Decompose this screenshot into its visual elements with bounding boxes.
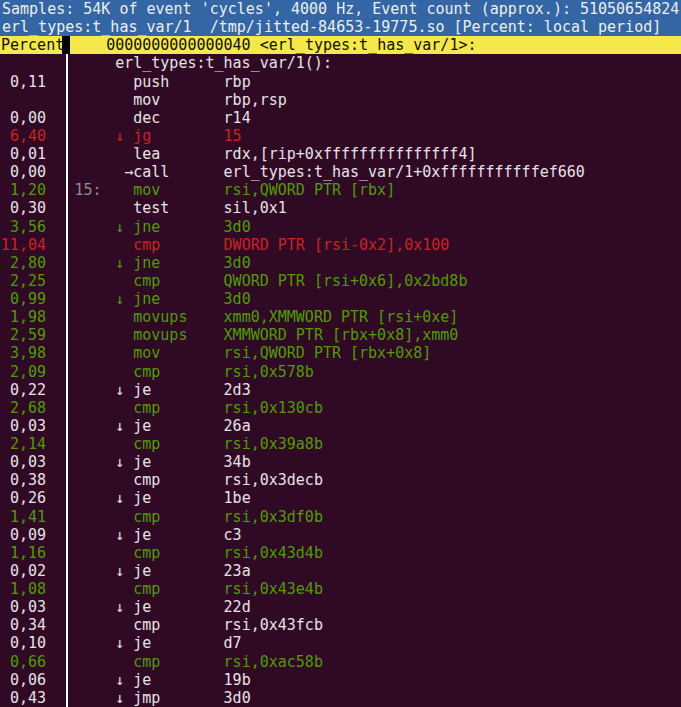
asm-row[interactable]: 1,16cmprsi,0x43d4b [0, 544, 681, 562]
asm-row[interactable]: 1,2015:movrsi,QWORD PTR [rbx] [0, 181, 681, 199]
operands: 2d3 [224, 381, 251, 399]
instruction-text: decr14 [70, 109, 681, 127]
mnemonic: cmp [133, 471, 160, 489]
asm-row[interactable]: 11,04cmpDWORD PTR [rsi-0x2],0x100 [0, 236, 681, 254]
jump-down-arrow-icon: ↓ [115, 381, 124, 399]
mnemonic: cmp [133, 435, 160, 453]
symbol-name: <erl_types:t_has_var/1>: [260, 36, 477, 54]
asm-row[interactable]: 2,09cmprsi,0x578b [0, 363, 681, 381]
operands: QWORD PTR [rsi+0x6],0x2bd8b [224, 272, 468, 290]
asm-row[interactable]: 0,03↓je26a [0, 417, 681, 435]
asm-row[interactable]: 0,43↓jmp3d0 [0, 689, 681, 707]
asm-row[interactable]: movrbp,rsp [0, 91, 681, 109]
asm-row[interactable]: 0,34cmprsi,0x43fcb [0, 616, 681, 634]
asm-row[interactable]: 2,59movupsXMMWORD PTR [rbx+0x8],xmm0 [0, 326, 681, 344]
instruction-text: cmpQWORD PTR [rsi+0x6],0x2bd8b [70, 272, 681, 290]
mnemonic: je [133, 526, 151, 544]
mnemonic: mov [133, 344, 160, 362]
mnemonic: cmp [133, 236, 160, 254]
asm-row[interactable]: erl_types:t_has_var/1(): [0, 54, 681, 72]
asm-row[interactable]: 0,01leardx,[rip+0xfffffffffffffff4] [0, 145, 681, 163]
operands: rsi,0x43d4b [224, 544, 323, 562]
instruction-text: movupsxmm0,XMMWORD PTR [rsi+0xe] [70, 308, 681, 326]
mnemonic: je [133, 489, 151, 507]
asm-row[interactable]: 2,14cmprsi,0x39a8b [0, 435, 681, 453]
asm-row[interactable]: 2,80↓jne3d0 [0, 254, 681, 272]
instruction-text: ↓jne3d0 [70, 290, 681, 308]
percent-value: 2,14 [0, 435, 62, 453]
percent-value: 2,59 [0, 326, 62, 344]
asm-row[interactable]: 0,00→callerl_types:t_has_var/1+0xfffffff… [0, 163, 681, 181]
asm-row[interactable]: 0,10↓jed7 [0, 634, 681, 652]
operands: 23a [224, 562, 251, 580]
disassembly-listing: erl_types:t_has_var/1():0,11pushrbpmovrb… [0, 54, 681, 707]
asm-row[interactable]: 0,00decr14 [0, 109, 681, 127]
asm-row[interactable]: 3,56↓jne3d0 [0, 218, 681, 236]
mnemonic: cmp [133, 580, 160, 598]
asm-row[interactable]: 0,09↓jec3 [0, 526, 681, 544]
jump-down-arrow-icon: ↓ [115, 453, 124, 471]
mnemonic: je [133, 634, 151, 652]
percent-value: 0,38 [0, 471, 62, 489]
asm-row[interactable]: 1,08cmprsi,0x43e4b [0, 580, 681, 598]
percent-value [0, 91, 62, 109]
percent-value: 0,10 [0, 634, 62, 652]
samples-header-line: Samples: 54K of event 'cycles', 4000 Hz,… [0, 0, 681, 18]
instruction-text: movupsXMMWORD PTR [rbx+0x8],xmm0 [70, 326, 681, 344]
asm-row[interactable]: 1,98movupsxmm0,XMMWORD PTR [rsi+0xe] [0, 308, 681, 326]
asm-row[interactable]: 0,03↓je34b [0, 453, 681, 471]
mnemonic: je [133, 453, 151, 471]
percent-value: 1,41 [0, 508, 62, 526]
mnemonic: je [133, 417, 151, 435]
asm-row[interactable]: 0,03↓je22d [0, 598, 681, 616]
operands: 3d0 [224, 689, 251, 707]
percent-value: 6,40 [0, 127, 62, 145]
percent-value: 0,66 [0, 653, 62, 671]
instruction-text: cmpDWORD PTR [rsi-0x2],0x100 [70, 236, 681, 254]
mnemonic: mov [133, 181, 160, 199]
jump-down-arrow-icon: ↓ [115, 634, 124, 652]
asm-row[interactable]: 0,22↓je2d3 [0, 381, 681, 399]
asm-row[interactable]: 3,98movrsi,QWORD PTR [rbx+0x8] [0, 344, 681, 362]
jump-down-arrow-icon: ↓ [115, 689, 124, 707]
operands: c3 [224, 526, 242, 544]
address: 0000000000000040 [106, 36, 251, 54]
operands: 26a [224, 417, 251, 435]
mnemonic: lea [133, 145, 160, 163]
operands: 15 [224, 127, 242, 145]
operands: rsi,QWORD PTR [rbx+0x8] [224, 344, 432, 362]
selected-address-row[interactable]: Percent 0000000000000040<erl_types:t_has… [0, 36, 681, 54]
instruction-text: pushrbp [70, 73, 681, 91]
percent-value: 0,01 [0, 145, 62, 163]
asm-row[interactable]: 0,26↓je1be [0, 489, 681, 507]
asm-row[interactable]: 0,11pushrbp [0, 73, 681, 91]
asm-row[interactable]: 0,02↓je23a [0, 562, 681, 580]
percent-value: 1,20 [0, 181, 62, 199]
operands: rbp [224, 73, 251, 91]
mnemonic: je [133, 562, 151, 580]
asm-row[interactable]: 0,06↓je19b [0, 671, 681, 689]
percent-value: 2,25 [0, 272, 62, 290]
asm-row[interactable]: 0,99↓jne3d0 [0, 290, 681, 308]
instruction-text: ↓jne3d0 [70, 254, 681, 272]
asm-row[interactable]: 2,25cmpQWORD PTR [rsi+0x6],0x2bd8b [0, 272, 681, 290]
mnemonic: movups [133, 326, 187, 344]
asm-row[interactable]: 0,38cmprsi,0x3decb [0, 471, 681, 489]
mnemonic: cmp [133, 544, 160, 562]
instruction-text: cmprsi,0x39a8b [70, 435, 681, 453]
percent-value: 1,08 [0, 580, 62, 598]
asm-row[interactable]: 6,40↓jg15 [0, 127, 681, 145]
perf-annotate-screen: Samples: 54K of event 'cycles', 4000 Hz,… [0, 0, 681, 707]
mnemonic: cmp [133, 399, 160, 417]
asm-row[interactable]: 2,68cmprsi,0x130cb [0, 399, 681, 417]
jump-down-arrow-icon: ↓ [115, 489, 124, 507]
instruction-text: 15:movrsi,QWORD PTR [rbx] [70, 181, 681, 199]
asm-row[interactable]: 1,41cmprsi,0x3df0b [0, 508, 681, 526]
asm-row[interactable]: 0,30testsil,0x1 [0, 199, 681, 217]
percent-value: 0,11 [0, 73, 62, 91]
percent-column-header: Percent [0, 36, 62, 54]
mnemonic: call [133, 163, 169, 181]
mnemonic: movups [133, 308, 187, 326]
operands: 1be [224, 489, 251, 507]
asm-row[interactable]: 0,66cmprsi,0xac58b [0, 653, 681, 671]
